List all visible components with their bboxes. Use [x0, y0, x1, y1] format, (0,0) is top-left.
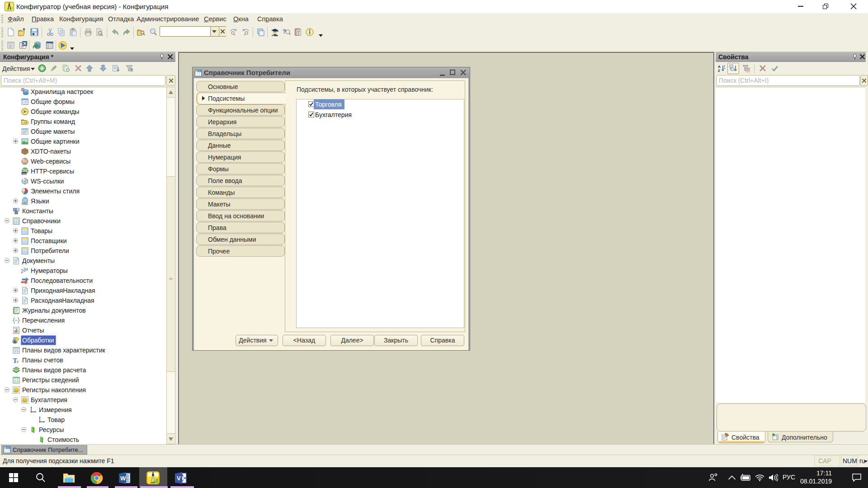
svg-text:АВС: АВС [22, 202, 28, 205]
svg-text:4: 4 [26, 267, 28, 272]
svg-text:т: т [17, 359, 19, 364]
svg-text:http: http [22, 172, 26, 175]
svg-text:Z: Z [718, 69, 720, 73]
svg-text:W: W [120, 475, 126, 482]
svg-text:V: V [177, 475, 181, 482]
